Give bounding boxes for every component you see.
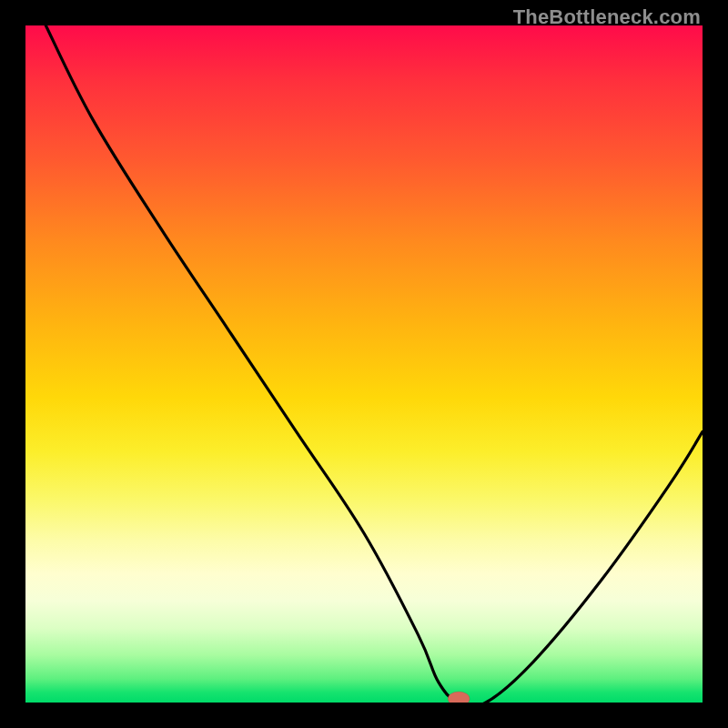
bottleneck-curve-svg <box>25 25 703 703</box>
chart-frame: TheBottleneck.com <box>0 0 728 728</box>
watermark-text: TheBottleneck.com <box>513 5 701 29</box>
optimum-marker <box>448 692 470 703</box>
bottleneck-curve <box>46 25 703 703</box>
plot-area <box>25 25 703 703</box>
